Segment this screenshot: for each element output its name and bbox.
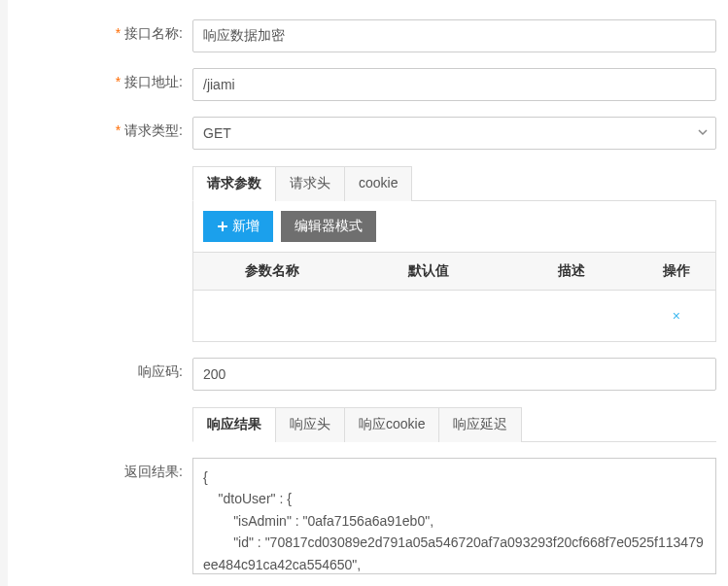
params-table: 参数名称 默认值 描述 操作 × — [193, 252, 715, 341]
cell-description — [506, 291, 637, 342]
row-interface-name: 接口名称: — [8, 19, 716, 52]
row-request-params: 请求参数 请求头 cookie 新增 编辑器模式 — [8, 165, 716, 342]
label-response-code: 响应码: — [8, 358, 192, 381]
delete-row-icon[interactable]: × — [673, 308, 680, 324]
response-tabs: 响应结果 响应头 响应cookie 响应延迟 — [192, 406, 716, 442]
row-interface-address: 接口地址: — [8, 68, 716, 101]
textarea-return-result[interactable] — [192, 458, 716, 574]
tab-request-cookie[interactable]: cookie — [344, 166, 412, 201]
select-request-type[interactable] — [192, 117, 716, 150]
request-params-panel: 请求参数 请求头 cookie 新增 编辑器模式 — [192, 165, 716, 342]
form-container: 接口名称: 接口地址: 请求类型: 请求参数 请求头 cookie — [8, 0, 728, 586]
control-response-code — [192, 358, 716, 391]
input-interface-name[interactable] — [192, 19, 716, 52]
editor-mode-label: 编辑器模式 — [295, 218, 363, 235]
table-row: × — [193, 291, 715, 342]
control-interface-address — [192, 68, 716, 101]
row-request-type: 请求类型: — [8, 117, 716, 150]
add-param-label: 新增 — [232, 218, 260, 235]
add-param-button[interactable]: 新增 — [203, 211, 273, 242]
params-toolbar: 新增 编辑器模式 — [193, 201, 715, 252]
cell-default-value — [350, 291, 506, 342]
editor-mode-button[interactable]: 编辑器模式 — [281, 211, 376, 242]
row-response-tabs: 响应结果 响应头 响应cookie 响应延迟 — [8, 406, 716, 442]
cell-param-name — [193, 291, 350, 342]
col-description: 描述 — [506, 253, 637, 291]
label-empty-request-params — [8, 165, 192, 171]
input-response-code[interactable] — [192, 358, 716, 391]
row-response-code: 响应码: — [8, 358, 716, 391]
col-param-name: 参数名称 — [193, 253, 350, 291]
label-request-type: 请求类型: — [8, 117, 192, 140]
plus-icon — [217, 221, 228, 232]
label-interface-address: 接口地址: — [8, 68, 192, 91]
input-interface-address[interactable] — [192, 68, 716, 101]
label-empty-response-tabs — [8, 406, 192, 412]
col-default-value: 默认值 — [350, 253, 506, 291]
tab-response-result[interactable]: 响应结果 — [192, 407, 276, 442]
label-return-result: 返回结果: — [8, 458, 192, 481]
tab-response-headers[interactable]: 响应头 — [275, 407, 345, 442]
col-action: 操作 — [637, 253, 715, 291]
tab-request-params[interactable]: 请求参数 — [192, 166, 276, 201]
row-return-result: 返回结果: — [8, 458, 716, 577]
request-tabs: 请求参数 请求头 cookie — [192, 165, 716, 201]
cell-action: × — [637, 291, 715, 342]
label-interface-name: 接口名称: — [8, 19, 192, 43]
control-request-type — [192, 117, 716, 150]
tab-response-cookie[interactable]: 响应cookie — [344, 407, 439, 442]
request-tab-body: 新增 编辑器模式 参数名称 默认值 描述 操作 — [192, 201, 716, 342]
response-tabs-panel: 响应结果 响应头 响应cookie 响应延迟 — [192, 406, 716, 442]
tab-request-headers[interactable]: 请求头 — [275, 166, 345, 201]
tab-response-delay[interactable]: 响应延迟 — [438, 407, 522, 442]
control-return-result — [192, 458, 716, 577]
control-interface-name — [192, 19, 716, 52]
